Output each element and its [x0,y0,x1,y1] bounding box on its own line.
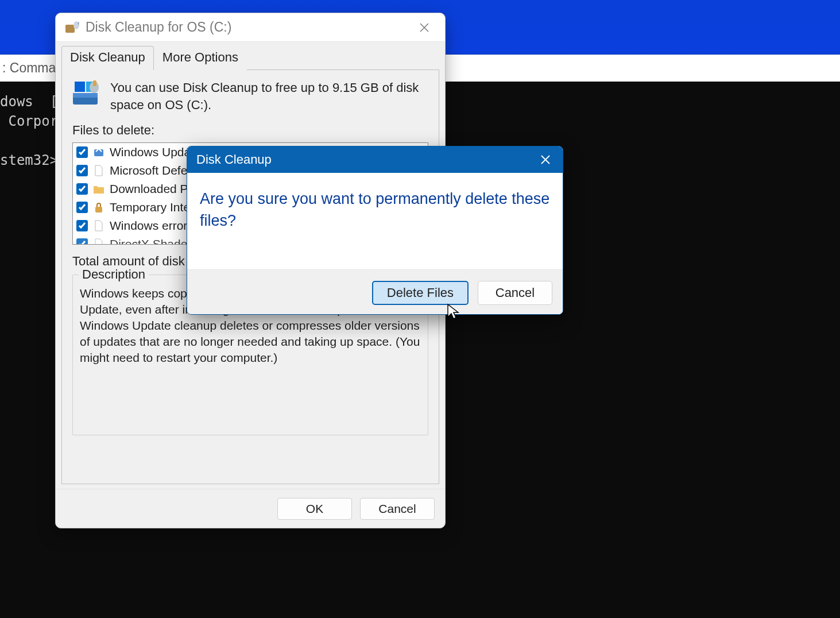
checkbox-icon[interactable] [76,220,88,231]
svg-rect-0 [65,25,75,33]
cursor-icon [447,303,460,320]
list-item-label: Windows error [110,219,187,233]
checkbox-icon[interactable] [76,183,88,195]
lock-icon [92,201,105,214]
files-to-delete-label: Files to delete: [72,123,431,138]
ok-button[interactable]: OK [277,498,352,520]
checkbox-icon[interactable] [76,202,88,213]
svg-rect-7 [94,149,103,156]
tab-disk-cleanup[interactable]: Disk Cleanup [61,46,154,70]
confirm-button-row: Delete Files Cancel [187,269,563,315]
file-icon [92,164,105,177]
tabs-row: Disk Cleanup More Options [56,42,445,69]
confirm-dialog: Disk Cleanup Are you sure you want to pe… [187,146,563,315]
cancel-button[interactable]: Cancel [360,498,435,520]
tab-more-options[interactable]: More Options [154,46,247,70]
drive-cleanup-icon [72,80,102,106]
confirm-cancel-button[interactable]: Cancel [478,281,552,305]
list-item-label: DirectX Shade [110,237,187,245]
list-item-label: Windows Upda [110,145,191,159]
delete-files-button[interactable]: Delete Files [372,281,469,305]
file-icon [92,238,105,245]
confirm-titlebar[interactable]: Disk Cleanup [187,146,563,173]
commandprompt-tab-partial: : Comma [0,60,56,75]
checkbox-icon[interactable] [76,146,88,158]
list-item-label: Temporary Inte [110,200,190,214]
svg-rect-6 [93,80,96,86]
windows-update-icon [92,146,105,159]
file-icon [92,219,105,232]
disk-cleanup-title: Disk Cleanup for OS (C:) [86,20,408,35]
list-item-label: Downloaded P [110,182,188,196]
confirm-title-text: Disk Cleanup [196,152,272,167]
svg-rect-4 [75,82,85,92]
checkbox-icon[interactable] [76,165,88,176]
close-button[interactable] [408,16,440,40]
folder-icon [92,183,105,195]
info-line: You can use Disk Cleanup to free up to 9… [72,79,428,114]
disk-cleanup-titlebar[interactable]: Disk Cleanup for OS (C:) [56,13,445,42]
close-icon[interactable] [535,149,556,170]
dialog-button-row: OK Cancel [56,489,445,528]
checkbox-icon[interactable] [76,238,88,245]
confirm-body: Are you sure you want to permanently del… [187,173,563,269]
confirm-question: Are you sure you want to permanently del… [200,188,550,231]
list-item-label: Microsoft Defe [110,164,187,177]
info-text: You can use Disk Cleanup to free up to 9… [110,79,428,114]
disk-cleanup-icon [65,21,80,34]
description-legend: Description [79,267,149,282]
svg-rect-3 [73,93,98,98]
svg-rect-8 [95,207,102,213]
